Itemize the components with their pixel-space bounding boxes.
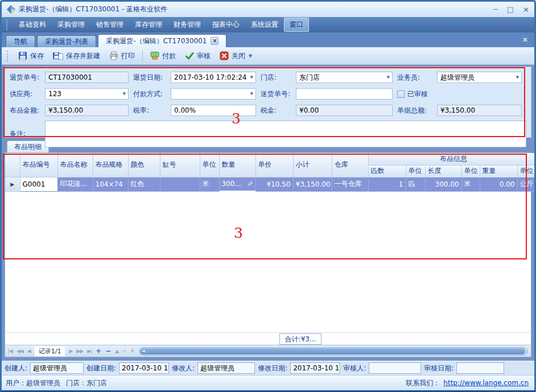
save-and-new-button[interactable]: 保存并新建	[48, 49, 105, 63]
menu-item-reports[interactable]: 报表中心	[207, 18, 245, 32]
tab-return-list[interactable]: 采购退货-列表	[37, 35, 96, 47]
menu-item-base-data[interactable]: 基础资料	[13, 18, 52, 32]
menu-item-window[interactable]: 窗口	[284, 18, 309, 32]
cell-fabric-spec[interactable]: 104×74	[93, 177, 128, 191]
total-amount-label: 单据总额:	[397, 106, 437, 115]
scroll-left-icon[interactable]: ◀	[142, 349, 145, 353]
nav-last-icon[interactable]: ▶|	[87, 349, 92, 354]
tab-fabric-detail[interactable]: 布品明细	[7, 141, 49, 152]
cell-roll-unit[interactable]: 匹	[406, 177, 425, 191]
save-button-label: 保存	[30, 51, 44, 61]
remark-field[interactable]	[45, 121, 526, 147]
cell-unit-price[interactable]: ¥10.50	[255, 177, 293, 191]
nav-cancel-icon[interactable]: ✗	[130, 349, 134, 354]
row-indicator: ▶	[5, 177, 20, 191]
delivery-no-field[interactable]	[296, 88, 393, 100]
nav-next-icon[interactable]: ▶	[69, 349, 72, 354]
table-row[interactable]: ▶ G0001 印花涤... 104×74 红色 米 300... ✎ ¥10.…	[5, 177, 536, 191]
record-navigator: |◀ ◀◀ ◀ 记录1/1 ▶ ▶▶ ▶| + − ▲ ✓ ✗ ◀	[5, 345, 531, 357]
grid-empty-area[interactable]	[5, 192, 531, 333]
cell-quantity[interactable]: 300... ✎	[220, 178, 256, 191]
col-warehouse[interactable]: 仓库	[332, 153, 368, 177]
cell-fabric-code[interactable]: G0001	[20, 177, 57, 191]
col-fabric-code[interactable]: 布品编号	[20, 153, 57, 177]
print-button[interactable]: 打印	[105, 49, 139, 63]
audited-checkbox[interactable]	[397, 90, 405, 98]
tab-return-edit[interactable]: 采购退货-（编辑）CT17030001 ×	[98, 34, 226, 47]
cell-weight[interactable]: 0.00	[480, 177, 517, 191]
minimize-icon[interactable]: ─	[493, 6, 498, 13]
payment-button[interactable]: 付款	[146, 49, 180, 63]
col-roll-unit[interactable]: 单位	[406, 165, 425, 177]
detail-grid: 布品编号 布品名称 布品规格 颜色 缸号 单位 数量 单价 小计 仓库 布品信息…	[5, 152, 531, 357]
nav-next-page-icon[interactable]: ▶▶	[76, 349, 83, 354]
return-no-field[interactable]: CT17030001	[45, 72, 129, 83]
status-bar: 用户：超级管理员 门店：东门店 联系我们： http://www.lange.c…	[2, 375, 534, 390]
subtotal-sum-cell: 合计:¥3...	[279, 333, 321, 345]
salesman-field[interactable]: 超级管理员	[437, 72, 522, 83]
nav-first-icon[interactable]: |◀	[8, 349, 13, 354]
col-quantity[interactable]: 数量	[219, 153, 255, 177]
col-fabric-name[interactable]: 布品名称	[57, 153, 93, 177]
edit-pencil-icon[interactable]: ✎	[246, 181, 254, 187]
col-weight[interactable]: 重量	[480, 165, 517, 177]
menu-item-sales[interactable]: 销售管理	[90, 18, 129, 32]
col-color[interactable]: 颜色	[128, 153, 160, 177]
col-length[interactable]: 长度	[425, 165, 461, 177]
supplier-field[interactable]: 123	[45, 88, 129, 100]
menu-item-finance[interactable]: 财务管理	[168, 18, 207, 32]
col-roll-count[interactable]: 匹数	[368, 165, 406, 177]
audit-button[interactable]: 审核	[180, 49, 215, 63]
tax-rate-field[interactable]: 0.00%	[171, 105, 256, 116]
save-and-new-button-label: 保存并新建	[66, 51, 100, 61]
nav-prev-icon[interactable]: ◀	[27, 349, 31, 354]
horizontal-scrollbar[interactable]: ◀	[139, 347, 528, 356]
cell-color[interactable]: 红色	[128, 177, 160, 191]
cell-length[interactable]: 300.00	[425, 177, 461, 191]
col-unit[interactable]: 单位	[200, 153, 219, 177]
tab-strip-close-icon[interactable]: ✕	[522, 36, 528, 44]
nav-post-icon[interactable]: ✓	[122, 349, 126, 354]
col-length-unit[interactable]: 单位	[461, 165, 480, 177]
menu-item-purchase[interactable]: 采购管理	[52, 18, 90, 32]
col-unit-price[interactable]: 单价	[255, 153, 293, 177]
save-button[interactable]: 保存	[14, 49, 48, 63]
menu-item-settings[interactable]: 系统设置	[245, 18, 284, 32]
close-window-icon[interactable]: ×	[523, 6, 529, 13]
col-weight-unit[interactable]: 单位	[517, 165, 536, 177]
nav-insert-icon[interactable]: +	[96, 348, 101, 354]
tab-navigation[interactable]: 导航	[6, 35, 35, 47]
window-title: 采购退货-（编辑）CT17030001 - 蓝格布业软件	[19, 5, 493, 14]
return-date-field[interactable]: 2017-03-10 17:02:24	[171, 72, 256, 83]
title-bar: 采购退货-（编辑）CT17030001 - 蓝格布业软件 ─ □ ×	[2, 2, 534, 17]
cell-dye-lot[interactable]	[160, 177, 200, 191]
cell-length-unit[interactable]: 米	[461, 177, 480, 191]
nav-delete-icon[interactable]: −	[105, 348, 111, 354]
horizontal-scrollbar-thumb[interactable]: ◀	[140, 348, 525, 354]
cell-quantity-value: 300...	[222, 180, 241, 188]
status-store: 门店：东门店	[66, 378, 107, 388]
menu-bar: 基础资料 采购管理 销售管理 库存管理 财务管理 报表中心 系统设置 窗口	[2, 17, 534, 32]
website-link[interactable]: http://www.lange.com.cn	[443, 379, 529, 387]
close-document-button[interactable]: 关闭 ▼	[215, 49, 257, 63]
store-field[interactable]: 东门店	[296, 72, 393, 83]
col-subtotal[interactable]: 小计	[293, 153, 332, 177]
maximize-icon[interactable]: □	[507, 6, 514, 13]
cell-warehouse[interactable]: 一号仓库	[332, 177, 368, 191]
cell-subtotal[interactable]: ¥3,150.00	[293, 177, 332, 191]
save-icon	[18, 51, 27, 60]
payment-method-field[interactable]	[171, 88, 256, 100]
total-amount-field: ¥3,150.00	[437, 105, 522, 116]
nav-edit-icon[interactable]: ▲	[115, 349, 118, 354]
col-fabric-spec[interactable]: 布品规格	[93, 153, 128, 177]
cell-roll-count[interactable]: 1	[368, 177, 406, 191]
close-dropdown-caret-icon[interactable]: ▼	[249, 53, 252, 59]
cell-unit[interactable]: 米	[200, 177, 219, 191]
nav-prev-page-icon[interactable]: ◀◀	[17, 349, 23, 354]
col-dye-lot[interactable]: 缸号	[160, 153, 200, 177]
cell-fabric-name[interactable]: 印花涤...	[57, 177, 93, 191]
cell-weight-unit[interactable]: 公斤	[517, 177, 536, 191]
tab-close-icon[interactable]: ×	[211, 37, 218, 45]
toolbar-grip	[7, 51, 10, 61]
menu-item-inventory[interactable]: 库存管理	[129, 18, 168, 32]
